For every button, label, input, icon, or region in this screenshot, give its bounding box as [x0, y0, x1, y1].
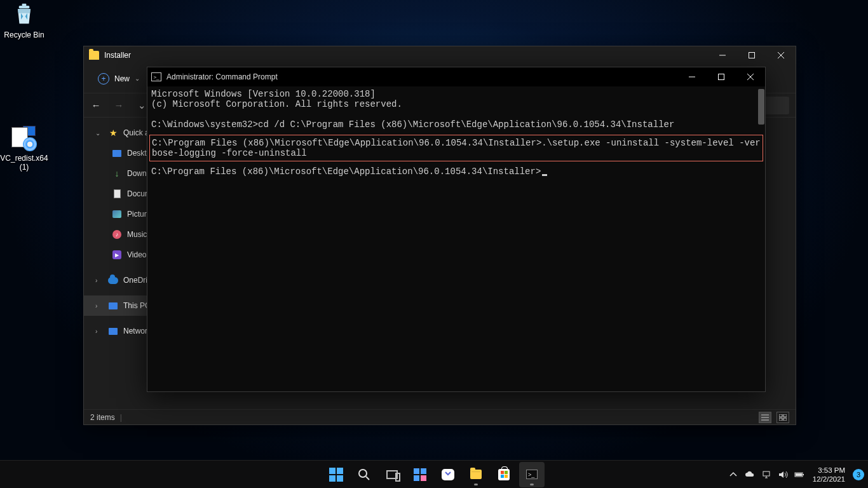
chevron-right-icon: ›	[95, 302, 103, 309]
installer-package-icon	[11, 126, 37, 151]
start-button[interactable]	[323, 462, 349, 487]
nav-forward-button[interactable]: →	[113, 100, 125, 111]
tray-onedrive-icon[interactable]	[743, 462, 757, 487]
svg-rect-6	[783, 418, 787, 421]
highlighted-command: C:\Program Files (x86)\Microsoft\Edge\Ap…	[149, 135, 763, 161]
star-icon: ★	[108, 128, 118, 138]
svg-rect-12	[796, 473, 802, 476]
window-controls	[677, 67, 765, 86]
command-prompt-window: >_ Administrator: Command Prompt Microso…	[147, 67, 766, 392]
close-button[interactable]	[766, 46, 796, 64]
svg-rect-4	[783, 414, 787, 417]
tray-volume-icon[interactable]	[776, 462, 790, 487]
desktop-icon-label: VC_redist.x64 (1)	[0, 154, 48, 172]
store-icon	[498, 469, 510, 480]
battery-icon	[794, 470, 804, 480]
music-icon: ♪	[112, 230, 121, 239]
taskbar-chat-button[interactable]	[435, 462, 461, 487]
minimize-button[interactable]	[677, 67, 707, 86]
desktop-icon-label: Recycle Bin	[0, 30, 48, 39]
download-icon: ↓	[112, 168, 122, 179]
sidebar-item-label: Music	[127, 230, 147, 239]
chevron-right-icon: ›	[95, 328, 103, 335]
widgets-icon	[414, 468, 426, 481]
cmd-line: (c) Microsoft Corporation. All rights re…	[151, 99, 402, 109]
cmd-line: C:\Program Files (x86)\Microsoft\Edge\Ap…	[152, 138, 761, 158]
clock-date: 12/2/2021	[813, 475, 845, 484]
taskbar-clock[interactable]: 3:53 PM 12/2/2021	[809, 466, 849, 484]
view-details-button[interactable]	[759, 412, 771, 423]
svg-rect-7	[719, 74, 724, 80]
svg-rect-3	[779, 414, 782, 417]
tray-network-icon[interactable]	[759, 462, 773, 487]
desktop-icon-vcredist[interactable]: VC_redist.x64 (1)	[0, 126, 48, 172]
network-icon	[109, 328, 118, 335]
cmd-scrollbar[interactable]	[756, 86, 765, 391]
explorer-statusbar: 2 items |	[84, 409, 796, 424]
nav-recent-button[interactable]: ⌄	[136, 100, 147, 111]
desktop-icon-recycle-bin[interactable]: Recycle Bin	[0, 3, 48, 39]
taskbar-cmd-button[interactable]: >_	[519, 462, 545, 487]
network-icon	[761, 470, 771, 480]
tray-battery-icon[interactable]	[792, 462, 806, 487]
maximize-button[interactable]	[737, 46, 766, 64]
chat-icon	[442, 469, 454, 480]
plus-icon: +	[98, 73, 109, 85]
desktop-icon	[112, 150, 121, 157]
tray-overflow-button[interactable]	[726, 462, 740, 487]
cmd-line: Microsoft Windows [Version 10.0.22000.31…	[151, 89, 376, 99]
nav-back-button[interactable]: ←	[90, 100, 102, 111]
cmd-icon: >_	[151, 72, 161, 81]
svg-rect-9	[763, 471, 770, 476]
cmd-titlebar[interactable]: >_ Administrator: Command Prompt	[147, 67, 765, 86]
close-button[interactable]	[736, 67, 765, 86]
cmd-title: Administrator: Command Prompt	[166, 72, 677, 81]
chevron-down-icon: ⌄	[95, 130, 103, 137]
folder-icon	[470, 470, 482, 479]
taskbar-taskview-button[interactable]	[379, 462, 405, 487]
search-icon	[358, 468, 370, 481]
videos-icon: ▶	[112, 250, 121, 259]
minimize-button[interactable]	[708, 46, 737, 64]
cursor-icon	[542, 174, 547, 176]
chevron-right-icon: ›	[95, 277, 103, 284]
windows-logo-icon	[329, 468, 343, 482]
pc-icon	[109, 302, 118, 309]
cmd-scrollbar-thumb[interactable]	[758, 89, 764, 125]
svg-rect-1	[22, 4, 27, 6]
taskbar-explorer-button[interactable]	[463, 462, 489, 487]
new-button-label: New	[114, 74, 130, 83]
taskbar-search-button[interactable]	[351, 462, 377, 487]
window-controls	[708, 46, 796, 64]
explorer-titlebar[interactable]: Installer	[84, 46, 796, 64]
chevron-down-icon: ⌄	[135, 75, 140, 82]
document-icon	[114, 189, 121, 198]
cloud-icon	[108, 277, 118, 284]
status-item-count: 2 items	[90, 413, 115, 422]
svg-rect-11	[803, 474, 804, 475]
svg-rect-5	[779, 418, 782, 421]
new-button[interactable]: + New ⌄	[93, 71, 145, 87]
svg-rect-2	[749, 53, 755, 58]
svg-point-8	[359, 470, 367, 477]
cmd-prompt: C:\Program Files (x86)\Microsoft\Edge\Ap…	[151, 166, 541, 177]
clock-time: 3:53 PM	[813, 466, 845, 475]
chevron-up-icon	[728, 470, 738, 480]
taskview-icon	[386, 470, 398, 479]
speaker-icon	[778, 470, 788, 480]
view-icons-button[interactable]	[776, 412, 789, 423]
notification-count: 3	[857, 471, 860, 478]
folder-icon	[89, 51, 99, 60]
pictures-icon	[112, 210, 121, 218]
taskbar-widgets-button[interactable]	[407, 462, 433, 487]
notification-badge[interactable]: 3	[853, 469, 864, 480]
cmd-icon: >_	[526, 470, 538, 479]
taskbar: >_ 3:53 PM 12/2/2021 3	[0, 460, 868, 488]
explorer-title: Installer	[104, 51, 708, 60]
recycle-bin-icon	[11, 3, 37, 28]
cmd-line: C:\Windows\system32>cd /d C:\Program Fil…	[151, 119, 674, 130]
maximize-button[interactable]	[707, 67, 736, 86]
cloud-icon	[745, 470, 755, 480]
cmd-output[interactable]: Microsoft Windows [Version 10.0.22000.31…	[147, 86, 765, 391]
taskbar-store-button[interactable]	[491, 462, 517, 487]
